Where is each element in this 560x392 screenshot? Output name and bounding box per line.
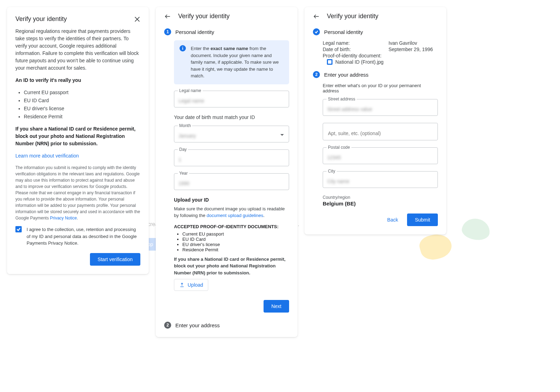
step-number-icon: 2 [313,71,320,78]
identity-summary: Legal name:Ivan Gavrilov Date of birth:S… [323,40,438,65]
field-label: Legal name [178,88,203,93]
list-item: Current EU passport [24,89,140,96]
upload-heading: Upload your ID [174,197,289,203]
id-heading: An ID to verify it's really you [15,77,81,83]
bg-shape [460,217,491,242]
month-select[interactable]: Month January [174,126,289,142]
step-complete-icon [313,28,320,35]
legal-fineprint: The information you submit is required t… [15,164,140,221]
field-label: City [327,169,337,174]
id-list: Current EU passport EU ID Card EU driver… [174,231,289,252]
next-button[interactable]: Next [264,300,289,313]
postal-code-field[interactable]: Postal code 12345 [323,147,438,164]
dialog-title: Verify your identity [327,13,378,20]
address-helper: Enter either what's on your ID or your p… [323,83,438,93]
step-title: Personal identity [324,29,363,35]
bg-shape [417,231,454,263]
list-item: EU driver's license [24,105,140,112]
field-label: Month [178,123,192,128]
accepted-docs-heading: ACCEPTED PROOF-OF-IDENTITY DOCUMENTS: [174,224,289,229]
blockout-note: If you share a National ID card or Resid… [15,126,135,146]
verify-intro-dialog: Verify your identity Regional regulation… [7,7,149,274]
field-label: Year [178,171,189,176]
step-title: Personal identity [175,29,214,35]
verify-step1-panel: Verify your identity 1 Personal identity… [156,7,298,337]
id-list: Current EU passport EU ID Card EU driver… [15,89,140,120]
uploaded-file-name: National ID (Front).jpg [335,59,384,65]
upload-button[interactable]: Upload [174,279,208,291]
back-icon[interactable] [313,13,320,20]
dob-helper: Your date of birth must match your ID [174,114,289,120]
intro-text: Regional regulations require that paymen… [15,28,140,72]
legal-name-field[interactable]: Legal name Legal name [174,91,289,107]
back-icon[interactable] [164,13,171,20]
list-item: EU ID Card [182,237,289,242]
day-field[interactable]: Day 1 [174,149,289,166]
list-item: Residence Permit [24,113,140,120]
field-label: Day [178,147,188,152]
svg-rect-4 [328,60,331,64]
consent-text: I agree to the collection, use, retentio… [27,226,140,247]
blockout-note: If you share a National ID card or Resid… [174,257,286,275]
step-title: Enter your address [175,322,220,328]
step-number-icon: 1 [164,28,171,35]
learn-more-link[interactable]: Learn more about verification [15,153,79,159]
dialog-title: Verify your identity [178,13,230,20]
list-item: EU ID Card [24,97,140,104]
list-item: EU driver's license [182,242,289,247]
city-field[interactable]: City City name [323,171,438,188]
country-label: Country/region [323,195,438,200]
info-icon: i [180,45,186,51]
upload-icon [179,282,185,288]
upload-guidelines-link[interactable]: document upload guidelines [206,213,263,218]
street-address-field[interactable]: Street address Street address value [323,99,438,116]
country-value: Belgium (BE) [323,201,438,206]
info-callout: i Enter the exact same name from the doc… [174,40,289,84]
apt-input[interactable] [327,130,433,136]
apt-field[interactable] [323,123,438,140]
dialog-title: Verify your identity [15,15,67,23]
year-field[interactable]: Year 1990 [174,173,289,190]
start-verification-button[interactable]: Start verification [90,253,140,266]
back-button[interactable]: Back [385,217,400,223]
close-icon[interactable] [134,16,140,22]
list-item: Current EU passport [182,231,289,237]
submit-button[interactable]: Submit [407,214,438,226]
step-number-icon: 2 [164,322,171,329]
consent-checkbox[interactable] [15,226,22,232]
verify-step2-panel: Verify your identity Personal identity L… [304,7,446,234]
field-label: Street address [327,97,357,102]
image-file-icon [327,59,332,65]
list-item: Residence Permit [182,247,289,252]
field-label: Postal code [327,145,351,150]
privacy-notice-link[interactable]: Privacy Notice [50,216,77,220]
upload-note: Make sure the document image you upload … [174,205,289,219]
step-title: Enter your address [324,72,369,78]
